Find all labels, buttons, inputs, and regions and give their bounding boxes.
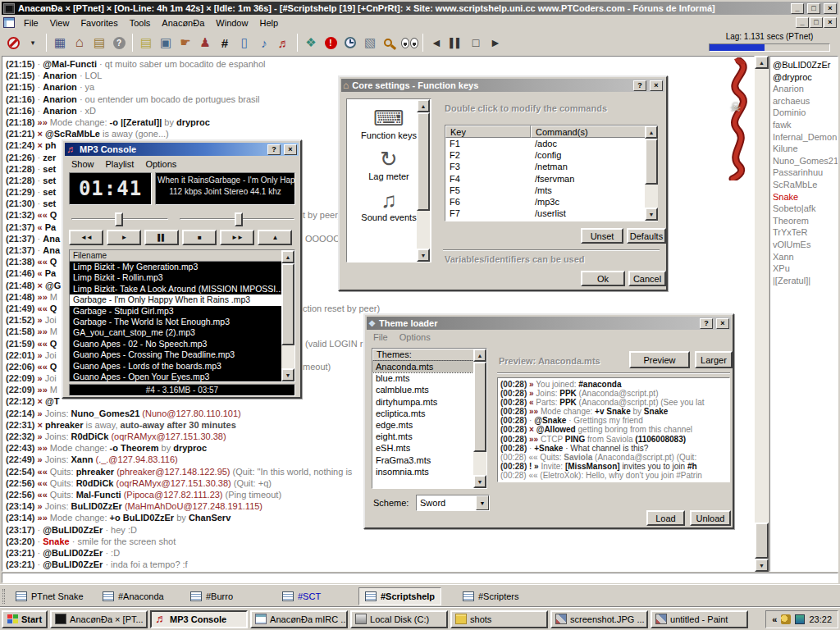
menu-help[interactable]: Help xyxy=(253,16,284,30)
theme-menu-options[interactable]: Options xyxy=(395,331,436,343)
fkeys-col-commands[interactable]: Command(s) xyxy=(531,126,657,138)
alert-icon[interactable]: ! xyxy=(321,33,340,52)
theme-help-button[interactable]: ? xyxy=(700,318,713,329)
tray-display-icon[interactable] xyxy=(795,614,805,624)
disconnect-icon[interactable] xyxy=(3,33,23,52)
user-list-item[interactable]: archaeus xyxy=(773,95,838,107)
minimize-button[interactable]: _ xyxy=(791,3,804,14)
fkeys-scroll-thumb[interactable] xyxy=(645,139,658,185)
servers-icon[interactable]: ▦ xyxy=(50,33,70,52)
ok-button[interactable]: Ok xyxy=(581,271,625,286)
playlist-row[interactable]: Guano Apes - Open Your Eyes.mp3 xyxy=(70,372,283,382)
folder-options-icon[interactable]: ▤ xyxy=(89,33,109,52)
cascade-icon[interactable]: ▌▌ xyxy=(446,33,466,52)
themes-scroll-thumb[interactable] xyxy=(473,362,486,452)
dcc-door-icon[interactable]: ▯ xyxy=(235,33,254,52)
sound-note-icon[interactable]: ♪ xyxy=(254,33,274,52)
taskbar-task[interactable]: Local Disk (C:) xyxy=(350,610,448,628)
user-list-item[interactable]: XPu xyxy=(773,262,838,275)
menu-file[interactable]: File xyxy=(18,16,44,30)
switchbar-handle[interactable] xyxy=(2,589,5,604)
menu-view[interactable]: View xyxy=(44,16,75,30)
search-icon[interactable] xyxy=(380,33,399,52)
eject-button[interactable]: ▲ xyxy=(258,230,292,245)
taskbar-task[interactable]: shots xyxy=(450,610,548,628)
user-list-item[interactable]: Infernal_Demon xyxy=(773,131,838,144)
scheme-combobox[interactable]: Sword ▼ xyxy=(416,495,490,511)
channel-tab-ptnetsnake[interactable]: PTnet Snake xyxy=(10,587,89,605)
first-window-icon[interactable]: ◄ xyxy=(427,33,446,52)
core-cat-scroll-thumb[interactable] xyxy=(417,112,430,211)
mp3-volume-slider[interactable] xyxy=(180,218,294,220)
scheme-dropdown-arrow[interactable]: ▼ xyxy=(476,495,489,510)
theme-list-item[interactable]: Anaconda.mts xyxy=(372,361,486,372)
channel-tab-scripters[interactable]: #Scripters xyxy=(457,587,525,605)
clock-icon[interactable] xyxy=(340,33,360,52)
stop-button[interactable]: ■ xyxy=(182,230,217,245)
tray-collapse-arrow[interactable]: « xyxy=(772,614,777,624)
taskbar-task[interactable]: AnacønÐa × [PT... xyxy=(50,610,148,628)
channel-tab-burro[interactable]: #Burro xyxy=(185,587,239,605)
playlist-row[interactable]: Limp Bizkit- Take A Look Around (MISSION… xyxy=(70,284,283,294)
user-list-item[interactable]: fawk xyxy=(773,119,838,131)
theme-list-item[interactable]: blue.mts xyxy=(372,372,486,384)
message-input[interactable] xyxy=(2,573,838,583)
scroll-down-button[interactable]: ▼ xyxy=(755,559,769,572)
tray-users-icon[interactable] xyxy=(781,614,791,624)
theme-close-button[interactable]: × xyxy=(716,318,729,329)
user-list-item[interactable]: Dominio xyxy=(773,107,838,119)
channel-tab-scriptshelp[interactable]: #Scriptshelp xyxy=(358,587,441,605)
menu-window[interactable]: Window xyxy=(210,16,253,30)
mp3-position-slider[interactable] xyxy=(71,218,168,220)
core-help-button[interactable]: ? xyxy=(633,80,646,91)
playlist-scroll-down[interactable]: ▼ xyxy=(281,368,294,381)
theme-list-item[interactable]: eight.mts xyxy=(372,431,486,442)
themes-scrollbar[interactable]: ▲ ▼ xyxy=(473,349,486,488)
web-icon[interactable]: ❖ xyxy=(301,33,321,52)
user-list-item[interactable]: Sobeto|afk xyxy=(773,203,838,215)
user-central-icon[interactable]: ♟ xyxy=(195,33,215,52)
close-button[interactable]: × xyxy=(824,3,837,14)
mp3-close-button[interactable]: × xyxy=(284,144,297,155)
channels-list-icon[interactable]: # xyxy=(215,33,235,52)
fkey-row[interactable]: F6/mp3c xyxy=(445,196,657,208)
playlist-row[interactable]: Guano Apes - Crossing The Deadline.mp3 xyxy=(70,349,283,360)
user-list-item[interactable]: Passarinhuu xyxy=(773,167,838,179)
menu-anacønða[interactable]: AnacønÐa xyxy=(156,16,210,30)
menu-favorites[interactable]: Favorites xyxy=(75,16,123,30)
playlist-row[interactable]: Limp Bizkit - My Generation.mp3 xyxy=(70,262,283,272)
fkey-row[interactable]: F5/mts xyxy=(445,185,657,196)
theme-list-item[interactable]: FraGma3.mts xyxy=(372,454,486,466)
taskbar-task[interactable]: screenshot.JPG ... xyxy=(550,610,648,628)
next-button[interactable]: ►► xyxy=(220,230,254,245)
theme-list-item[interactable]: calmblue.mts xyxy=(372,384,486,395)
user-list-item[interactable]: vOlUmEs xyxy=(773,239,838,251)
connect-dropdown-arrow[interactable]: ▾ xyxy=(23,33,43,52)
fkeys-scroll-down[interactable]: ▼ xyxy=(645,208,658,221)
core-cat-scroll-up[interactable]: ▲ xyxy=(417,99,430,112)
playlist-scroll-thumb[interactable] xyxy=(281,263,294,345)
mp3-position-thumb[interactable] xyxy=(115,212,123,226)
mp3-volume-thumb[interactable] xyxy=(235,212,243,226)
theme-list-item[interactable]: dirtyhumpa.mts xyxy=(372,396,486,408)
last-window-icon[interactable]: ► xyxy=(486,33,505,52)
larger-button[interactable]: Larger xyxy=(695,351,733,368)
theme-list-item[interactable]: ecliptica.mts xyxy=(372,408,486,419)
fkey-row[interactable]: F1/adoc xyxy=(445,138,657,149)
user-list-item[interactable]: Snake xyxy=(773,191,838,203)
cancel-button[interactable]: Cancel xyxy=(628,271,666,286)
core-category-scrollbar[interactable]: ▲ ▼ xyxy=(417,99,430,262)
home-icon[interactable]: ⌂ xyxy=(70,33,89,52)
core-cat-scroll-down[interactable]: ▼ xyxy=(417,249,430,262)
core-close-button[interactable]: × xyxy=(650,80,663,91)
user-list-item[interactable]: ScRaMbLe xyxy=(773,179,838,191)
playlist-row[interactable]: Garbage - I'm Only Happy When it Rains .… xyxy=(70,294,283,305)
theme-list-item[interactable]: insomnia.mts xyxy=(372,466,486,477)
tile-icon[interactable]: □ xyxy=(466,33,486,52)
hand-card-icon[interactable]: ☛ xyxy=(176,33,195,52)
user-list-item[interactable]: @dryproc xyxy=(773,71,838,84)
playlist-scroll-up[interactable]: ▲ xyxy=(281,250,294,263)
theme-list-item[interactable]: edge.mts xyxy=(372,419,486,431)
taskbar-task[interactable]: AnacønÐa mIRC ... xyxy=(250,610,348,628)
playlist-row[interactable]: Garbage - The World Is Not Enough.mp3 xyxy=(70,317,283,327)
